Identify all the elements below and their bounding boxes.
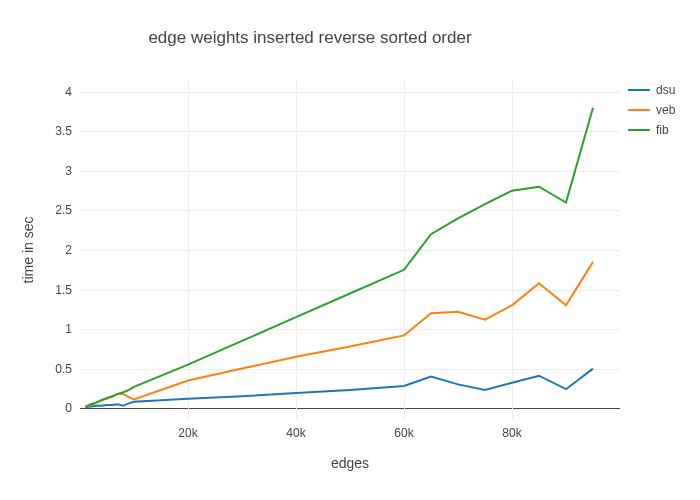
series-line-veb [85, 262, 593, 407]
legend: dsuvebfib [628, 80, 675, 140]
legend-swatch [628, 89, 650, 91]
legend-label: dsu [656, 83, 675, 97]
legend-item-fib[interactable]: fib [628, 120, 675, 140]
legend-item-dsu[interactable]: dsu [628, 80, 675, 100]
chart-container: edge weights inserted reverse sorted ord… [0, 0, 700, 500]
y-tick-label: 3 [32, 164, 72, 178]
x-tick-label: 60k [394, 426, 413, 440]
chart-title: edge weights inserted reverse sorted ord… [0, 28, 620, 48]
x-axis-label: edges [80, 455, 620, 471]
y-tick-label: 3.5 [32, 124, 72, 138]
legend-item-veb[interactable]: veb [628, 100, 675, 120]
legend-swatch [628, 129, 650, 131]
plot-area: 00.511.522.533.5420k40k60k80k edges time… [80, 80, 620, 420]
legend-label: fib [656, 123, 669, 137]
chart-lines [80, 80, 620, 420]
y-tick-label: 0 [32, 401, 72, 415]
x-tick-label: 20k [178, 426, 197, 440]
series-line-dsu [85, 369, 593, 408]
y-tick-label: 2.5 [32, 203, 72, 217]
y-tick-label: 4 [32, 85, 72, 99]
y-tick-label: 1.5 [32, 283, 72, 297]
legend-label: veb [656, 103, 675, 117]
legend-swatch [628, 109, 650, 111]
y-axis-label: time in sec [18, 80, 38, 420]
y-tick-label: 0.5 [32, 362, 72, 376]
series-line-fib [85, 108, 593, 407]
y-tick-label: 1 [32, 322, 72, 336]
x-tick-label: 80k [502, 426, 521, 440]
y-tick-label: 2 [32, 243, 72, 257]
x-tick-label: 40k [286, 426, 305, 440]
